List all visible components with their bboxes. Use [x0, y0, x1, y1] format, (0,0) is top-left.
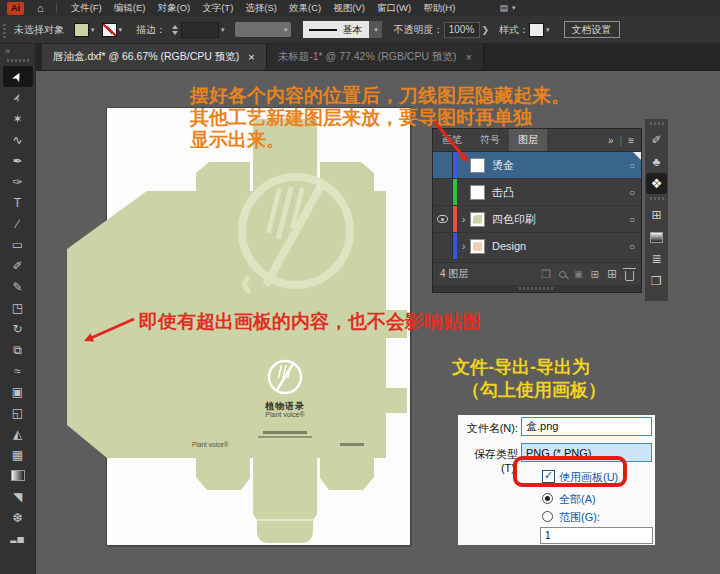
stroke-color-swatch[interactable] — [102, 23, 117, 37]
chevron-down-icon[interactable]: ▾ — [221, 26, 225, 34]
opacity-field[interactable]: 100% — [444, 22, 480, 38]
document-tab-inactive[interactable]: 未标题-1* @ 77.42% (RGB/CPU 预览) × — [267, 44, 484, 70]
perspective-grid-tool[interactable]: ◭ — [0, 423, 35, 444]
fill-color-swatch[interactable] — [74, 23, 89, 37]
brushes-panel-icon[interactable]: ✐ — [645, 129, 668, 151]
symbols-panel-icon[interactable]: ♣ — [645, 151, 668, 173]
selection-tool[interactable]: ➤ — [3, 66, 33, 87]
layer-thumbnail[interactable] — [470, 239, 485, 254]
panel-menu-icon[interactable]: ≡ — [628, 135, 634, 146]
target-circle-icon[interactable]: ○ — [623, 241, 641, 252]
range-input[interactable]: 1 — [540, 527, 653, 544]
chevron-right-icon[interactable]: ❯ — [482, 25, 490, 35]
range-radio[interactable] — [542, 511, 553, 522]
document-setup-button[interactable]: 文档设置 — [564, 21, 620, 38]
magic-wand-tool[interactable]: ✶ — [0, 108, 35, 129]
chevron-down-icon[interactable]: ▾ — [119, 26, 123, 34]
stroke-weight-stepper[interactable] — [172, 25, 178, 35]
collapse-panel-icon[interactable]: » — [0, 44, 35, 57]
layer-thumbnail[interactable] — [470, 158, 485, 173]
home-icon[interactable]: ⌂ — [37, 2, 44, 14]
paintbrush-tool[interactable]: ✐ — [0, 255, 35, 276]
close-icon[interactable]: × — [465, 51, 471, 63]
menu-object[interactable]: 对象(O) — [151, 2, 196, 15]
pathfinder-panel-icon[interactable]: ❒ — [645, 270, 668, 292]
variable-width-profile-dropdown[interactable]: ▾ — [235, 22, 291, 37]
graph-tool[interactable]: ▂▅ — [0, 528, 35, 549]
filename-input[interactable]: 盒.png — [521, 417, 652, 436]
panel-grip[interactable] — [7, 59, 29, 62]
menu-view[interactable]: 视图(V) — [327, 2, 371, 15]
style-swatch[interactable] — [529, 23, 544, 37]
brush-definition-dropdown[interactable]: 基本 — [303, 21, 369, 38]
visibility-toggle[interactable] — [433, 152, 453, 178]
menu-effect[interactable]: 效果(C) — [283, 2, 327, 15]
menu-select[interactable]: 选择(S) — [239, 2, 283, 15]
range-label[interactable]: 范围(G): — [559, 510, 600, 525]
eyedropper-tool[interactable]: ◥ — [0, 486, 35, 507]
panel-resize-grip[interactable] — [433, 285, 641, 292]
menu-help[interactable]: 帮助(H) — [417, 2, 461, 15]
chevron-down-icon[interactable]: ▾ — [369, 21, 382, 38]
menu-file[interactable]: 文件(F) — [65, 2, 108, 15]
scale-tool[interactable]: ⧉ — [0, 339, 35, 360]
curvature-tool[interactable]: ✑ — [0, 171, 35, 192]
layer-row-sise-yinshua[interactable]: › 四色印刷 ○ — [433, 206, 641, 233]
layer-thumbnail[interactable] — [470, 212, 485, 227]
all-radio[interactable] — [542, 493, 553, 504]
eraser-tool[interactable]: ◳ — [0, 297, 35, 318]
all-label[interactable]: 全部(A) — [559, 492, 596, 507]
expand-arrow-icon[interactable]: › — [457, 213, 470, 225]
locate-object-icon[interactable] — [559, 271, 566, 278]
panel-grip[interactable] — [3, 22, 6, 38]
artboards-panel-icon[interactable]: ⊞ — [645, 204, 668, 226]
menu-edit[interactable]: 编辑(E) — [108, 2, 152, 15]
type-tool[interactable]: T — [0, 192, 35, 213]
expand-arrow-icon[interactable]: › — [457, 240, 470, 252]
free-transform-tool[interactable]: ▣ — [0, 381, 35, 402]
target-circle-icon[interactable]: ○ — [623, 214, 641, 225]
panel-grip[interactable] — [650, 122, 664, 125]
visibility-toggle[interactable] — [433, 206, 453, 232]
close-icon[interactable]: × — [248, 51, 254, 63]
rectangle-tool[interactable]: ▭ — [0, 234, 35, 255]
menu-window[interactable]: 窗口(W) — [371, 2, 417, 15]
make-clipping-mask-icon[interactable]: ▣ — [574, 269, 583, 279]
new-sublayer-icon[interactable]: ⊞ — [591, 269, 599, 280]
app-logo[interactable]: Ai — [7, 2, 24, 15]
layer-row-jitu[interactable]: 击凸 ○ — [433, 179, 641, 206]
document-tab-active[interactable]: 唇油盒.dxf* @ 66.67% (RGB/CPU 预览) × — [42, 44, 267, 70]
direct-selection-tool[interactable]: ➣ — [0, 87, 35, 108]
chevron-down-icon[interactable]: ▾ — [91, 26, 95, 34]
panel-grip[interactable] — [650, 197, 664, 200]
visibility-toggle[interactable] — [433, 179, 453, 205]
layer-name[interactable]: 四色印刷 — [492, 212, 623, 227]
chevron-down-icon[interactable]: ▾ — [546, 26, 550, 34]
menu-type[interactable]: 文字(T) — [196, 2, 239, 15]
target-circle-icon[interactable]: ○ — [623, 160, 641, 171]
width-tool[interactable]: ≈ — [0, 360, 35, 381]
gradient-tool[interactable] — [0, 465, 35, 486]
layer-row-design[interactable]: › Design ○ — [433, 233, 641, 260]
align-panel-icon[interactable]: ≣ — [645, 248, 668, 270]
layer-thumbnail[interactable] — [470, 185, 485, 200]
target-circle-icon[interactable]: ○ — [623, 187, 641, 198]
collapse-panel-icon[interactable]: » — [608, 135, 614, 146]
layer-name[interactable]: Design — [492, 240, 623, 252]
lasso-tool[interactable]: ∿ — [0, 129, 35, 150]
new-layer-icon[interactable]: ⊞ — [607, 267, 617, 281]
stroke-weight-field[interactable] — [181, 22, 219, 38]
delete-layer-icon[interactable] — [625, 271, 634, 281]
line-segment-tool[interactable]: ∕ — [0, 213, 35, 234]
symbol-sprayer-tool[interactable]: ❆ — [0, 507, 35, 528]
gradient-panel-icon[interactable] — [645, 226, 668, 248]
rotate-tool[interactable]: ↻ — [0, 318, 35, 339]
mesh-tool[interactable]: ▦ — [0, 444, 35, 465]
layer-name[interactable]: 击凸 — [492, 185, 623, 200]
shape-builder-tool[interactable]: ◱ — [0, 402, 35, 423]
layer-row-tangjin[interactable]: 烫金 ○ — [433, 152, 641, 179]
layers-panel-icon[interactable]: ❖ — [646, 173, 667, 194]
workspace-switcher[interactable]: ▤ ▾ — [499, 3, 515, 13]
pen-tool[interactable]: ✒ — [0, 150, 35, 171]
visibility-toggle[interactable] — [433, 233, 453, 259]
